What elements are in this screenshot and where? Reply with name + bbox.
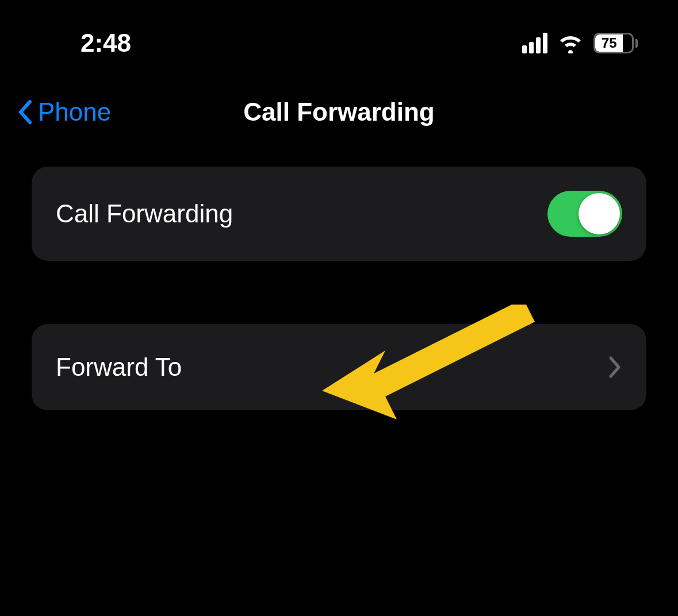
forward-to-group: Forward To (32, 324, 646, 410)
content: Call Forwarding Forward To (0, 149, 678, 410)
call-forwarding-label: Call Forwarding (56, 199, 233, 228)
call-forwarding-row: Call Forwarding (32, 167, 646, 261)
status-bar: 2:48 75 (0, 0, 678, 69)
back-label: Phone (38, 98, 111, 126)
battery-indicator: 75 (593, 33, 638, 53)
toggle-knob (579, 193, 620, 234)
call-forwarding-group: Call Forwarding (32, 167, 646, 261)
navigation-bar: Phone Call Forwarding (0, 69, 678, 149)
status-indicators: 75 (522, 33, 638, 53)
call-forwarding-toggle[interactable] (547, 191, 622, 237)
wifi-icon (558, 33, 583, 53)
chevron-left-icon (17, 99, 35, 125)
back-button[interactable]: Phone (17, 98, 111, 126)
cellular-signal-icon (522, 33, 547, 53)
chevron-right-icon (608, 356, 622, 379)
forward-to-row[interactable]: Forward To (32, 324, 646, 410)
forward-to-label: Forward To (56, 353, 182, 382)
battery-percent: 75 (595, 35, 617, 51)
status-time: 2:48 (81, 29, 131, 57)
